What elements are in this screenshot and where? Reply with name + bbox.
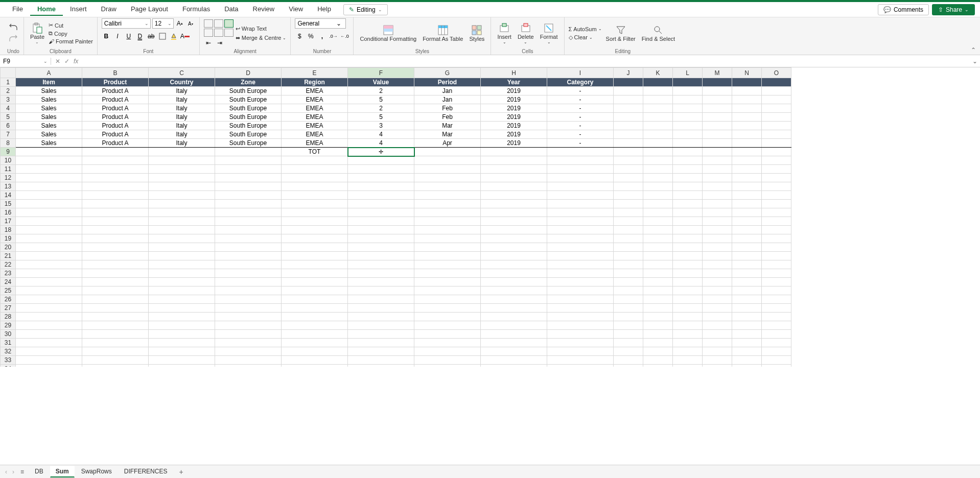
cell-C17[interactable]: [149, 217, 215, 226]
cell-B15[interactable]: [82, 200, 149, 208]
cell-N10[interactable]: [732, 156, 762, 165]
cell-C30[interactable]: [149, 330, 215, 339]
chevron-down-icon[interactable]: ⌄: [143, 21, 150, 26]
cell-I6[interactable]: -: [547, 122, 614, 130]
chevron-down-icon[interactable]: ⌄: [336, 20, 341, 27]
cell-G20[interactable]: [414, 243, 481, 252]
cell-D31[interactable]: [215, 339, 282, 347]
cell-O7[interactable]: [762, 130, 791, 139]
cell-J24[interactable]: [614, 278, 643, 286]
cell-C3[interactable]: Italy: [149, 95, 215, 104]
cell-N12[interactable]: [732, 174, 762, 182]
cell-D3[interactable]: South Europe: [215, 95, 282, 104]
double-underline-button[interactable]: D: [135, 32, 145, 41]
cell-B32[interactable]: [82, 347, 149, 356]
cell-L15[interactable]: [673, 200, 703, 208]
cell-F31[interactable]: [348, 339, 414, 347]
cell-C7[interactable]: Italy: [149, 130, 215, 139]
row-header-29[interactable]: 29: [1, 321, 16, 330]
cell-N19[interactable]: [732, 234, 762, 243]
cell-H23[interactable]: [481, 269, 547, 278]
cell-D19[interactable]: [215, 234, 282, 243]
cell-C25[interactable]: [149, 286, 215, 295]
cell-L23[interactable]: [673, 269, 703, 278]
cell-J32[interactable]: [614, 347, 643, 356]
cell-F7[interactable]: 4: [348, 130, 414, 139]
cell-J30[interactable]: [614, 330, 643, 339]
cell-A28[interactable]: [16, 313, 82, 321]
cell-O3[interactable]: [762, 95, 791, 104]
format-as-table-button[interactable]: Format As Table: [421, 23, 465, 43]
cell-F6[interactable]: 3: [348, 122, 414, 130]
cell-F34[interactable]: [348, 365, 414, 367]
cell-F21[interactable]: [348, 252, 414, 260]
column-header-N[interactable]: N: [732, 68, 762, 78]
select-all-corner[interactable]: [1, 68, 16, 78]
cell-G7[interactable]: Mar: [414, 130, 481, 139]
cell-D28[interactable]: [215, 313, 282, 321]
cell-L2[interactable]: [673, 87, 703, 95]
cell-D14[interactable]: [215, 191, 282, 200]
cell-M11[interactable]: [703, 165, 732, 174]
cell-J16[interactable]: [614, 208, 643, 217]
cell-H27[interactable]: [481, 304, 547, 313]
cut-button[interactable]: ✂Cut: [49, 21, 93, 29]
cell-D11[interactable]: [215, 165, 282, 174]
cell-D4[interactable]: South Europe: [215, 104, 282, 113]
cell-E3[interactable]: EMEA: [282, 95, 348, 104]
cell-O19[interactable]: [762, 234, 791, 243]
row-header-22[interactable]: 22: [1, 260, 16, 269]
cell-C12[interactable]: [149, 174, 215, 182]
cell-I1[interactable]: Category: [547, 78, 614, 87]
column-header-O[interactable]: O: [762, 68, 791, 78]
cell-C14[interactable]: [149, 191, 215, 200]
cell-K17[interactable]: [643, 217, 673, 226]
cell-I2[interactable]: -: [547, 87, 614, 95]
chevron-down-icon[interactable]: ⌄: [43, 59, 48, 64]
row-header-10[interactable]: 10: [1, 156, 16, 165]
cell-C18[interactable]: [149, 226, 215, 234]
cell-L12[interactable]: [673, 174, 703, 182]
cell-D23[interactable]: [215, 269, 282, 278]
increase-indent-button[interactable]: ⇥: [215, 38, 224, 47]
cell-F11[interactable]: [348, 165, 414, 174]
cell-M24[interactable]: [703, 278, 732, 286]
cell-L13[interactable]: [673, 182, 703, 191]
cell-O34[interactable]: [762, 365, 791, 367]
row-header-16[interactable]: 16: [1, 208, 16, 217]
cell-D21[interactable]: [215, 252, 282, 260]
cell-I26[interactable]: [547, 295, 614, 304]
cell-B27[interactable]: [82, 304, 149, 313]
cell-B29[interactable]: [82, 321, 149, 330]
cell-H26[interactable]: [481, 295, 547, 304]
cell-N30[interactable]: [732, 330, 762, 339]
cell-D29[interactable]: [215, 321, 282, 330]
cell-J22[interactable]: [614, 260, 643, 269]
cell-E32[interactable]: [282, 347, 348, 356]
row-header-23[interactable]: 23: [1, 269, 16, 278]
cell-N22[interactable]: [732, 260, 762, 269]
cell-K10[interactable]: [643, 156, 673, 165]
cell-D9[interactable]: [215, 148, 282, 156]
cell-O11[interactable]: [762, 165, 791, 174]
cell-O29[interactable]: [762, 321, 791, 330]
row-header-25[interactable]: 25: [1, 286, 16, 295]
cell-I13[interactable]: [547, 182, 614, 191]
cell-E17[interactable]: [282, 217, 348, 226]
cell-D13[interactable]: [215, 182, 282, 191]
cell-I9[interactable]: [547, 148, 614, 156]
cell-C15[interactable]: [149, 200, 215, 208]
align-top-center[interactable]: [214, 19, 223, 28]
cell-F27[interactable]: [348, 304, 414, 313]
cell-E2[interactable]: EMEA: [282, 87, 348, 95]
undo-button[interactable]: [9, 23, 18, 32]
menu-tab-formulas[interactable]: Formulas: [175, 3, 217, 16]
cell-E27[interactable]: [282, 304, 348, 313]
cell-N1[interactable]: [732, 78, 762, 87]
row-header-5[interactable]: 5: [1, 113, 16, 122]
cell-E10[interactable]: [282, 156, 348, 165]
cell-H24[interactable]: [481, 278, 547, 286]
cell-H25[interactable]: [481, 286, 547, 295]
cell-C29[interactable]: [149, 321, 215, 330]
cell-B24[interactable]: [82, 278, 149, 286]
